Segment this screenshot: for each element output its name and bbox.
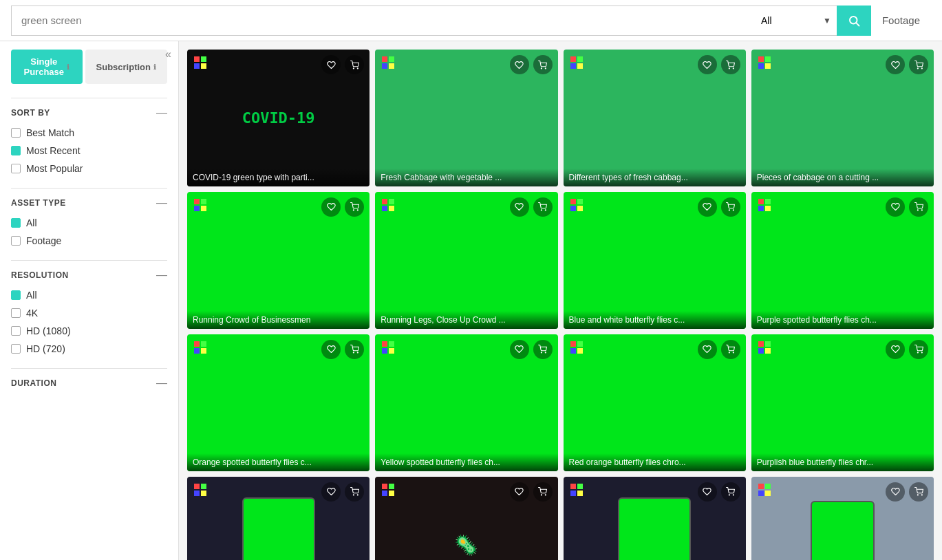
wishlist-button[interactable] — [321, 55, 341, 74]
sidebar-collapse-button[interactable]: « — [165, 48, 171, 61]
item-overlay: Blue and white butterfly flies c... — [564, 311, 746, 329]
duration-collapse-icon[interactable]: — — [156, 377, 167, 389]
category-dropdown[interactable]: All Footage Images Audio — [754, 6, 837, 36]
item-overlay: Red orange butterfly flies chro... — [564, 453, 746, 471]
add-to-cart-button[interactable] — [533, 55, 553, 74]
add-to-cart-button[interactable] — [909, 197, 928, 217]
sort-by-title: SORT BY — [11, 108, 50, 118]
wishlist-button[interactable] — [510, 55, 529, 74]
grid-item[interactable]: Running Crowd of Businessmen — [187, 192, 370, 329]
grid-item[interactable]: Red orange butterfly flies chro... — [564, 334, 746, 471]
item-title: Different types of fresh cabbag... — [569, 173, 740, 182]
wishlist-button[interactable] — [886, 197, 905, 217]
item-actions — [321, 197, 364, 217]
svg-point-84 — [541, 495, 542, 495]
filter-hd1080[interactable]: HD (1080) — [11, 325, 167, 336]
grid-item[interactable]: Dark background young man u... — [187, 477, 370, 560]
sort-by-collapse-icon[interactable]: — — [156, 107, 167, 119]
filter-hd720[interactable]: HD (720) — [11, 343, 167, 354]
svg-rect-21 — [765, 56, 771, 62]
all-asset-checkbox[interactable] — [11, 218, 21, 228]
svg-point-49 — [921, 210, 922, 211]
grid-item[interactable]: Blue and white butterfly flies c... — [564, 192, 746, 329]
svg-rect-70 — [758, 348, 764, 354]
add-to-cart-button[interactable] — [721, 340, 740, 359]
wishlist-button[interactable] — [321, 482, 341, 502]
filter-all-asset[interactable]: All — [11, 217, 167, 228]
wishlist-button[interactable] — [886, 340, 905, 359]
svg-rect-59 — [389, 348, 394, 354]
svg-rect-53 — [201, 348, 206, 354]
4k-checkbox[interactable] — [11, 308, 21, 318]
grid-item[interactable]: 🦠 Virus Spreading Animation On ... — [375, 477, 557, 560]
wishlist-button[interactable] — [698, 197, 717, 217]
filter-all-res[interactable]: All — [11, 290, 167, 301]
wishlist-button[interactable] — [886, 482, 905, 502]
svg-point-43 — [734, 210, 734, 211]
wishlist-button[interactable] — [510, 340, 529, 359]
best-match-label: Best Match — [26, 127, 74, 138]
add-to-cart-button[interactable] — [909, 340, 928, 359]
add-to-cart-button[interactable] — [345, 55, 364, 74]
single-purchase-tab[interactable]: Single Purchase ℹ — [11, 50, 83, 84]
filter-4k[interactable]: 4K — [11, 308, 167, 319]
add-to-cart-button[interactable] — [721, 197, 740, 217]
header: green screen All Footage Images Audio ▼ … — [0, 0, 942, 41]
filter-most-recent[interactable]: Most Recent — [11, 145, 167, 156]
wishlist-button[interactable] — [698, 340, 717, 359]
grid-item[interactable]: Close up of young man using s... — [564, 477, 746, 560]
single-purchase-label: Single Purchase — [24, 56, 65, 77]
filter-footage[interactable]: Footage — [11, 235, 167, 246]
add-to-cart-button[interactable] — [533, 340, 553, 359]
filter-most-popular[interactable]: Most Popular — [11, 163, 167, 174]
grid-item[interactable]: Running Legs, Close Up Crowd ... — [375, 192, 557, 329]
subscription-tab[interactable]: Subscription ℹ — [85, 50, 167, 84]
add-to-cart-button[interactable] — [533, 197, 553, 217]
wishlist-button[interactable] — [698, 55, 717, 74]
grid-item[interactable]: COVID-19 COVID-19 green type with part — [187, 50, 370, 186]
best-match-checkbox[interactable] — [11, 128, 21, 138]
grid-item[interactable]: Orange spotted butterfly flies c... — [187, 334, 370, 471]
wishlist-button[interactable] — [510, 482, 529, 502]
subscription-label: Subscription — [96, 62, 151, 72]
wishlist-button[interactable] — [321, 340, 341, 359]
add-to-cart-button[interactable] — [721, 482, 740, 502]
add-to-cart-button[interactable] — [345, 340, 364, 359]
all-res-checkbox[interactable] — [11, 290, 21, 300]
grid-item[interactable]: Pieces of cabbage on a cutting ... — [751, 50, 934, 186]
add-to-cart-button[interactable] — [345, 482, 364, 502]
item-overlay: Different types of fresh cabbag... — [564, 169, 746, 186]
search-input[interactable]: green screen — [11, 6, 754, 36]
grid-item[interactable]: Different types of fresh cabbag... — [564, 50, 746, 186]
grid-item[interactable]: Fresh Cabbage with vegetable ... — [375, 50, 557, 186]
filter-best-match[interactable]: Best Match — [11, 127, 167, 138]
hd720-checkbox[interactable] — [11, 344, 21, 354]
resolution-collapse-icon[interactable]: — — [156, 269, 167, 281]
grid-item[interactable]: Purplish blue butterfly flies chr... — [751, 334, 934, 471]
most-recent-checkbox[interactable] — [11, 146, 21, 155]
item-overlay: Yellow spotted butterfly flies ch... — [375, 453, 557, 471]
footage-checkbox[interactable] — [11, 236, 21, 246]
item-overlay: Running Crowd of Businessmen — [187, 311, 370, 329]
wishlist-button[interactable] — [886, 55, 905, 74]
asset-type-header: ASSET TYPE — — [11, 188, 167, 209]
most-popular-checkbox[interactable] — [11, 164, 21, 173]
add-to-cart-button[interactable] — [909, 55, 928, 74]
add-to-cart-button[interactable] — [721, 55, 740, 74]
add-to-cart-button[interactable] — [909, 482, 928, 502]
grid-item[interactable]: Purple spotted butterfly flies ch... — [751, 192, 934, 329]
svg-rect-57 — [389, 341, 394, 347]
add-to-cart-button[interactable] — [533, 482, 553, 502]
provider-logo — [381, 197, 396, 213]
wishlist-button[interactable] — [510, 197, 529, 217]
wishlist-button[interactable] — [698, 482, 717, 502]
grid-item[interactable]: Close up of young woman usin... — [751, 477, 934, 560]
search-button[interactable] — [837, 6, 871, 36]
duration-header: DURATION — — [11, 368, 167, 389]
wishlist-button[interactable] — [321, 197, 341, 217]
hd1080-checkbox[interactable] — [11, 326, 21, 336]
add-to-cart-button[interactable] — [345, 197, 364, 217]
asset-type-collapse-icon[interactable]: — — [156, 197, 167, 209]
grid-item[interactable]: Yellow spotted butterfly flies ch... — [375, 334, 557, 471]
cart-icon — [350, 61, 359, 69]
